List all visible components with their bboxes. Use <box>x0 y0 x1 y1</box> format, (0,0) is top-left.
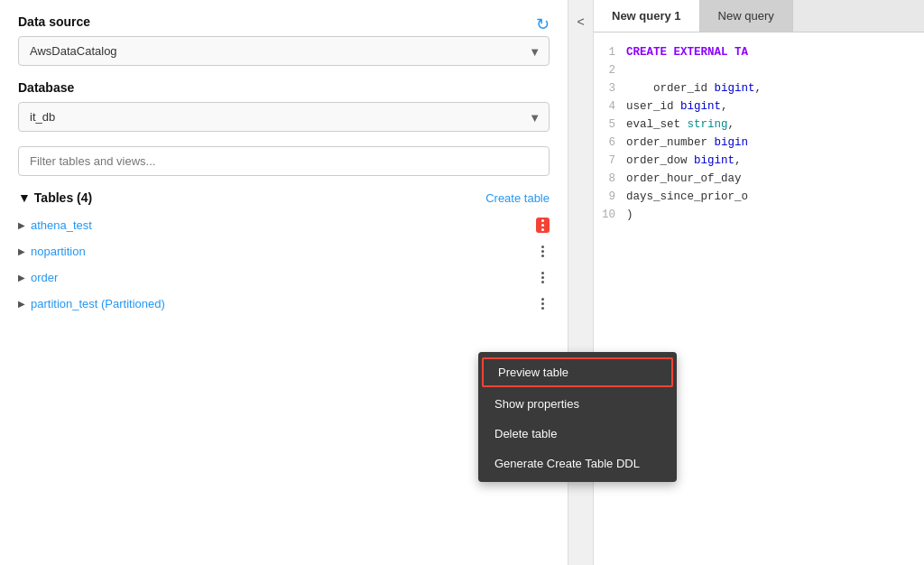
tab-new-query-1[interactable]: New query 1 <box>594 0 700 32</box>
table-menu-button-athena-test[interactable] <box>536 218 550 233</box>
kebab-dot <box>541 224 544 227</box>
tables-collapse-icon[interactable]: ▼ <box>18 190 31 205</box>
database-select[interactable]: it_db <box>18 102 550 132</box>
line-number: 9 <box>594 188 626 206</box>
line-number: 4 <box>594 97 626 116</box>
context-menu-show-properties[interactable]: Show properties <box>478 389 677 419</box>
kebab-dot <box>541 255 544 257</box>
kebab-dot <box>541 281 544 283</box>
line-number: 8 <box>594 170 626 188</box>
code-line: 1 CREATE EXTERNAL TA <box>594 43 924 61</box>
line-number: 3 <box>594 79 626 97</box>
database-label: Database <box>18 80 550 95</box>
table-menu-button-partition-test[interactable] <box>536 296 550 311</box>
kebab-dot <box>541 302 544 305</box>
code-type: bigint <box>680 100 721 113</box>
table-row: ▶ partition_test (Partitioned) <box>18 291 550 317</box>
tables-header: ▼ Tables (4) Create table <box>18 190 550 205</box>
table-row: ▶ order <box>18 264 550 291</box>
code-type: bigint <box>715 82 755 95</box>
table-row: ▶ athena_test <box>18 212 550 238</box>
kebab-dot <box>541 276 544 279</box>
code-type: string <box>688 118 728 131</box>
line-number: 5 <box>594 116 626 134</box>
kebab-dot <box>541 228 544 231</box>
code-line: 8 order_hour_of_day <box>594 170 924 188</box>
tab-new-query-2[interactable]: New query <box>700 0 793 32</box>
tabs-bar: New query 1 New query <box>594 0 924 32</box>
line-number: 10 <box>594 206 626 224</box>
code-line: 3 order_id bigint, <box>594 79 924 97</box>
table-athena-test[interactable]: ▶ athena_test <box>18 218 92 232</box>
code-line: 4 user_id bigint, <box>594 97 924 116</box>
code-line: 7 order_dow bigint, <box>594 152 924 170</box>
code-keyword: CREATE EXTERNAL TA <box>626 46 748 59</box>
kebab-dot <box>541 219 544 222</box>
line-number: 2 <box>594 61 626 79</box>
table-order[interactable]: ▶ order <box>18 271 58 284</box>
code-editor[interactable]: 1 CREATE EXTERNAL TA 2 3 order_id bigint… <box>594 32 924 565</box>
context-menu-generate-ddl[interactable]: Generate Create Table DDL <box>478 449 677 478</box>
filter-input[interactable] <box>18 146 550 176</box>
context-menu-delete-table[interactable]: Delete table <box>478 419 677 449</box>
context-menu-preview-table[interactable]: Preview table <box>482 357 673 387</box>
kebab-dot <box>541 245 544 248</box>
table-partition-test[interactable]: ▶ partition_test (Partitioned) <box>18 297 165 310</box>
table-menu-button-order[interactable] <box>536 270 550 285</box>
code-line: 2 <box>594 61 924 79</box>
table-row: ▶ nopartition <box>18 238 550 264</box>
table-menu-button-nopartition[interactable] <box>536 244 550 259</box>
kebab-dot <box>541 307 544 310</box>
code-type: bigin <box>715 136 749 149</box>
table-name-label: athena_test <box>31 218 92 232</box>
table-nopartition[interactable]: ▶ nopartition <box>18 245 86 258</box>
code-line: 6 order_number bigin <box>594 134 924 152</box>
collapse-panel-icon: < <box>577 14 584 29</box>
kebab-dot <box>541 272 544 274</box>
table-name-label: partition_test (Partitioned) <box>31 297 165 310</box>
table-expand-icon: ▶ <box>18 246 25 256</box>
tables-list: ▶ athena_test ▶ nopartition <box>18 212 550 317</box>
line-number: 1 <box>594 43 626 61</box>
datasource-dropdown-wrapper: AwsDataCatalog ▼ <box>18 36 550 66</box>
table-expand-icon: ▶ <box>18 299 25 309</box>
table-expand-icon: ▶ <box>18 220 25 230</box>
tables-title: ▼ Tables (4) <box>18 190 92 205</box>
datasource-select[interactable]: AwsDataCatalog <box>18 36 550 66</box>
kebab-dot <box>541 298 544 301</box>
code-line: 9 days_since_prior_o <box>594 188 924 206</box>
kebab-dot <box>541 250 544 253</box>
table-name-label: order <box>31 271 58 284</box>
line-number: 7 <box>594 152 626 170</box>
refresh-button[interactable]: ↻ <box>536 14 550 34</box>
table-expand-icon: ▶ <box>18 273 25 282</box>
table-name-label: nopartition <box>31 245 86 258</box>
line-number: 6 <box>594 134 626 152</box>
datasource-label: Data source <box>18 14 550 29</box>
code-line: 5 eval_set string, <box>594 116 924 134</box>
create-table-link[interactable]: Create table <box>485 191 550 205</box>
tables-count-label: Tables (4) <box>34 190 92 205</box>
code-type: bigint <box>694 154 735 167</box>
code-line: 10 ) <box>594 206 924 224</box>
left-panel: ↻ Connect data source Data source AwsDat… <box>0 0 568 565</box>
context-menu: Preview table Show properties Delete tab… <box>478 352 677 482</box>
database-dropdown-wrapper: it_db ▼ <box>18 102 550 132</box>
